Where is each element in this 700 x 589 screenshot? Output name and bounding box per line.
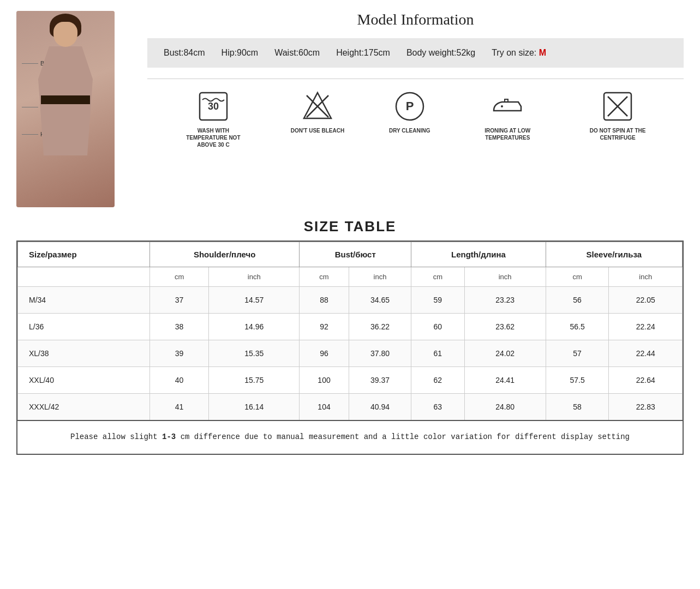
cell-2-4: 37.80 — [349, 340, 411, 367]
cell-4-3: 104 — [300, 394, 349, 421]
cell-3-7: 57.5 — [546, 367, 609, 394]
cell-2-1: 39 — [149, 340, 208, 367]
ironing-label: IRONING AT LOW TEMPERATURES — [475, 127, 540, 141]
sub-length-cm: cm — [411, 267, 464, 287]
sub-bust-inch: inch — [349, 267, 411, 287]
sub-shoulder-cm: cm — [149, 267, 208, 287]
cell-3-2: 15.75 — [209, 367, 300, 394]
cell-1-5: 60 — [411, 314, 464, 340]
cell-1-7: 56.5 — [546, 314, 609, 340]
cell-3-8: 22.64 — [609, 367, 683, 394]
ironing-icon — [491, 90, 524, 123]
size-table: Size/размер Shoulder/плечо Bust/бюст Len… — [17, 242, 683, 454]
care-no-bleach: DON'T USE BLEACH — [291, 90, 345, 134]
table-row: M/343714.578834.655923.235622.05 — [18, 287, 683, 314]
cell-2-2: 15.35 — [209, 340, 300, 367]
bust-stat: Bust:84cm — [164, 48, 205, 58]
hip-stat: Hip:90cm — [222, 48, 259, 58]
svg-point-8 — [501, 105, 503, 107]
care-ironing: IRONING AT LOW TEMPERATURES — [475, 90, 540, 141]
cell-1-8: 22.24 — [609, 314, 683, 340]
svg-text:P: P — [405, 99, 414, 113]
cell-0-1: 37 — [149, 287, 208, 314]
wash-icon: 30 — [197, 90, 230, 123]
model-belt — [41, 95, 90, 104]
cell-2-5: 61 — [411, 340, 464, 367]
cell-3-0: XXL/40 — [18, 367, 150, 394]
cell-0-6: 23.23 — [464, 287, 546, 314]
col-sleeve: Sleeve/гильза — [546, 242, 682, 267]
weight-stat: Body weight:52kg — [406, 48, 475, 58]
size-table-title: SIZE TABLE — [16, 218, 684, 235]
model-stats: Bust:84cm Hip:90cm Waist:60cm Height:175… — [147, 38, 684, 68]
page-wrapper: Bust/бюст Waist/талия Hip/Бедра Model In… — [0, 0, 700, 466]
cell-4-4: 40.94 — [349, 394, 411, 421]
cell-3-4: 39.37 — [349, 367, 411, 394]
cell-3-3: 100 — [300, 367, 349, 394]
cell-2-3: 96 — [300, 340, 349, 367]
cell-4-1: 41 — [149, 394, 208, 421]
cell-0-8: 22.05 — [609, 287, 683, 314]
care-dry-cleaning: P DRY CLEANING — [389, 90, 430, 134]
cell-2-7: 57 — [546, 340, 609, 367]
table-footer-row: Please allow slight 1-3 cm difference du… — [18, 420, 683, 454]
col-bust: Bust/бюст — [300, 242, 411, 267]
col-size: Size/размер — [18, 242, 150, 267]
cell-2-8: 22.44 — [609, 340, 683, 367]
cell-0-7: 56 — [546, 287, 609, 314]
care-no-spin: DO NOT SPIN AT THE CENTRIFUGE — [585, 90, 650, 141]
cell-4-2: 16.14 — [209, 394, 300, 421]
cell-2-0: XL/38 — [18, 340, 150, 367]
cell-1-0: L/36 — [18, 314, 150, 340]
table-row: L/363814.969236.226023.6256.522.24 — [18, 314, 683, 340]
sub-bust-cm: cm — [300, 267, 349, 287]
cell-1-3: 92 — [300, 314, 349, 340]
cell-0-5: 59 — [411, 287, 464, 314]
cell-0-3: 88 — [300, 287, 349, 314]
no-bleach-label: DON'T USE BLEACH — [291, 127, 345, 134]
model-image-area: Bust/бюст Waist/талия Hip/Бедра — [16, 11, 136, 207]
cell-4-7: 58 — [546, 394, 609, 421]
table-header-row: Size/размер Shoulder/плечо Bust/бюст Len… — [18, 242, 683, 267]
sub-sleeve-inch: inch — [609, 267, 683, 287]
cell-0-0: M/34 — [18, 287, 150, 314]
cell-1-6: 23.62 — [464, 314, 546, 340]
sub-length-inch: inch — [464, 267, 546, 287]
cell-4-6: 24.80 — [464, 394, 546, 421]
size-table-section: SIZE TABLE Size/размер Shoulder/плечо Bu… — [16, 218, 684, 455]
table-row: XL/383915.359637.806124.025722.44 — [18, 340, 683, 367]
no-spin-label: DO NOT SPIN AT THE CENTRIFUGE — [585, 127, 650, 141]
try-on-label: Try on size: M — [492, 48, 546, 58]
try-on-value: M — [539, 48, 546, 57]
care-wash: 30 WASH WITH TEMPERATURE NOT ABOVE 30 C — [181, 90, 246, 148]
svg-rect-7 — [505, 99, 508, 102]
height-stat: Height:175cm — [336, 48, 390, 58]
no-spin-icon — [601, 90, 634, 123]
footer-note: Please allow slight 1-3 cm difference du… — [18, 420, 683, 454]
cell-2-6: 24.02 — [464, 340, 546, 367]
model-face — [53, 22, 77, 47]
sub-size — [18, 267, 150, 287]
cell-4-5: 63 — [411, 394, 464, 421]
cell-0-4: 34.65 — [349, 287, 411, 314]
cell-3-1: 40 — [149, 367, 208, 394]
cell-1-4: 36.22 — [349, 314, 411, 340]
cell-3-6: 24.41 — [464, 367, 546, 394]
cell-3-5: 62 — [411, 367, 464, 394]
sub-sleeve-cm: cm — [546, 267, 609, 287]
table-row: XXXL/424116.1410440.946324.805822.83 — [18, 394, 683, 421]
sub-shoulder-inch: inch — [209, 267, 300, 287]
cell-4-8: 22.83 — [609, 394, 683, 421]
care-icons: 30 WASH WITH TEMPERATURE NOT ABOVE 30 C … — [147, 79, 684, 154]
cell-0-2: 14.57 — [209, 287, 300, 314]
page-title: Model Information — [147, 11, 684, 28]
no-bleach-icon — [301, 90, 334, 123]
table-row: XXL/404015.7510039.376224.4157.522.64 — [18, 367, 683, 394]
waist-stat: Waist:60cm — [274, 48, 320, 58]
table-subheader-row: cm inch cm inch cm inch cm inch — [18, 267, 683, 287]
svg-text:30: 30 — [208, 101, 219, 112]
dry-cleaning-label: DRY CLEANING — [389, 127, 430, 134]
cell-4-0: XXXL/42 — [18, 394, 150, 421]
col-shoulder: Shoulder/плечо — [149, 242, 299, 267]
col-length: Length/длина — [411, 242, 546, 267]
